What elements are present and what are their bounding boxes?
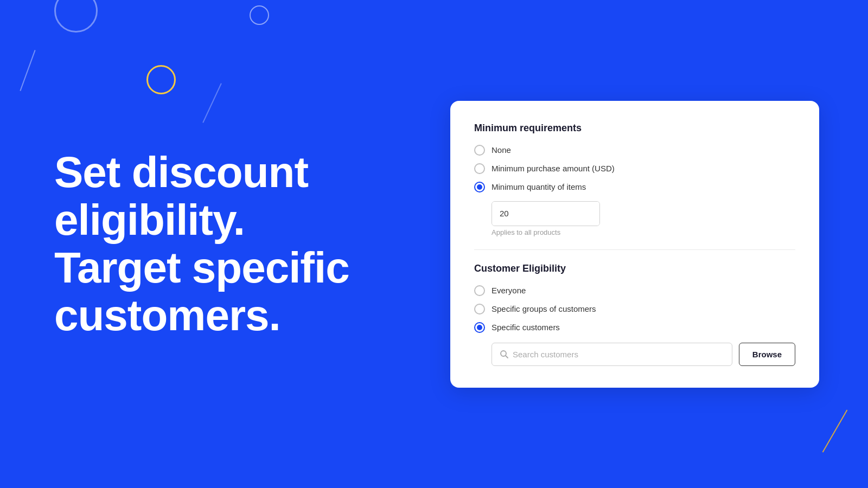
radio-specific-groups-label: Specific groups of customers	[492, 304, 596, 313]
radio-min-quantity-label: Minimum quantity of items	[492, 182, 586, 191]
radio-specific-groups-circle	[474, 304, 485, 314]
radio-everyone-label: Everyone	[492, 286, 526, 295]
hero-text: Set discount eligibility. Target specifi…	[54, 149, 349, 339]
radio-min-quantity[interactable]: Minimum quantity of items	[474, 182, 795, 192]
radio-min-quantity-circle	[474, 182, 485, 192]
radio-none-circle	[474, 145, 485, 156]
minimum-requirements-radio-group: None Minimum purchase amount (USD) Minim…	[474, 145, 795, 192]
radio-specific-customers-circle	[474, 322, 485, 333]
radio-min-purchase-circle	[474, 163, 485, 174]
radio-specific-customers[interactable]: Specific customers	[474, 322, 795, 333]
customer-eligibility-radio-group: Everyone Specific groups of customers Sp…	[474, 285, 795, 333]
left-panel: Set discount eligibility. Target specifi…	[0, 0, 401, 488]
search-input-wrapper	[492, 343, 732, 366]
card: Minimum requirements None Minimum purcha…	[450, 101, 819, 388]
radio-specific-customers-label: Specific customers	[492, 323, 560, 332]
minimum-requirements-title: Minimum requirements	[474, 123, 795, 134]
search-customers-input[interactable]	[513, 343, 724, 365]
search-icon	[500, 350, 508, 358]
radio-none[interactable]: None	[474, 145, 795, 156]
section-divider	[474, 249, 795, 250]
right-panel: Minimum requirements None Minimum purcha…	[401, 0, 868, 488]
hero-line4: customers.	[54, 291, 280, 339]
hero-line2: eligibility.	[54, 196, 245, 244]
radio-everyone[interactable]: Everyone	[474, 285, 795, 296]
radio-min-purchase-label: Minimum purchase amount (USD)	[492, 164, 615, 173]
browse-button[interactable]: Browse	[739, 343, 795, 366]
quantity-input-wrapper: ▲ ▼	[492, 201, 600, 226]
search-row: Browse	[492, 343, 795, 366]
svg-line-1	[506, 356, 508, 358]
quantity-input[interactable]	[492, 202, 600, 226]
hero-line1: Set discount	[54, 148, 308, 196]
radio-none-label: None	[492, 145, 511, 155]
customer-eligibility-title: Customer Eligibility	[474, 263, 795, 274]
hero-line3: Target specific	[54, 243, 349, 292]
quantity-hint: Applies to all products	[492, 228, 795, 236]
radio-everyone-circle	[474, 285, 485, 296]
radio-min-purchase[interactable]: Minimum purchase amount (USD)	[474, 163, 795, 174]
radio-specific-groups[interactable]: Specific groups of customers	[474, 304, 795, 314]
